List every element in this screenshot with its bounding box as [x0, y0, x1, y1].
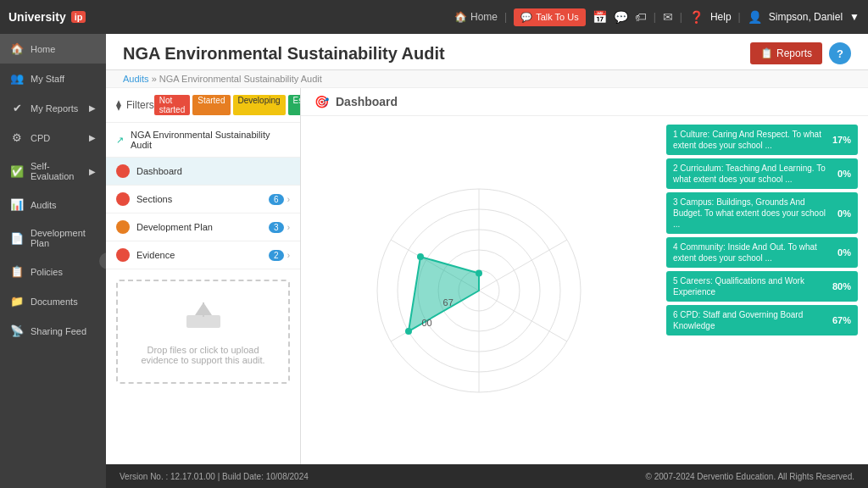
separator3: | — [680, 11, 682, 23]
tag-icon[interactable]: 🏷 — [635, 10, 647, 24]
chart-area: 67 00 67 00 — [301, 116, 656, 464]
svg-point-15 — [476, 269, 482, 276]
chart-label-67: 67 — [443, 297, 453, 308]
left-nav-dashboard[interactable]: Dashboard — [106, 158, 300, 186]
evidence-nav-icon — [116, 248, 130, 262]
upload-area[interactable]: Drop files or click to upload evidence t… — [116, 280, 290, 384]
reports-icon: ✔ — [10, 102, 24, 114]
badge-established[interactable]: Established — [288, 95, 301, 115]
upload-instruction: Drop files or click to upload evidence t… — [131, 345, 275, 365]
svg-line-10 — [479, 291, 567, 341]
dev-plan-icon: 📄 — [10, 232, 24, 245]
calendar-icon[interactable]: 📅 — [593, 10, 607, 24]
user-dropdown-icon[interactable]: ▼ — [849, 11, 860, 23]
legend-item-4[interactable]: 4 Community: Inside And Out. To what ext… — [666, 237, 858, 268]
page-header: NGA Environmental Sustainability Audit 📋… — [106, 34, 868, 70]
separator2: | — [654, 11, 656, 23]
sharing-icon: 📡 — [10, 324, 24, 337]
svg-marker-14 — [409, 257, 479, 331]
sidebar-item-home[interactable]: 🏠 Home — [0, 34, 106, 64]
svg-point-16 — [405, 328, 412, 335]
sidebar-item-audits[interactable]: 📊 Audits — [0, 190, 106, 219]
dashboard-content: 67 00 67 00 1 Culture: Caring And Respec… — [301, 116, 868, 464]
left-nav-dev-plan[interactable]: Development Plan 3 › — [106, 214, 300, 241]
documents-icon: 📁 — [10, 295, 24, 308]
sections-arrow: › — [287, 195, 290, 204]
reports-btn-icon: 📋 — [760, 47, 773, 59]
legend-item-2[interactable]: 2 Curriculum: Teaching And Learning. To … — [666, 158, 858, 189]
filters-bar: ⧫ Filters Not started Started Developing… — [106, 88, 300, 123]
top-navigation: University ip 🏠 Home | 💬 Talk To Us 📅 💬 … — [0, 0, 868, 34]
right-panel: 🎯 Dashboard — [301, 88, 868, 464]
svg-line-9 — [479, 240, 567, 291]
chat-icon[interactable]: 💬 — [614, 10, 628, 24]
sidebar-item-development-plan[interactable]: 📄 Development Plan — [0, 219, 106, 257]
reports-button[interactable]: 📋 Reports — [750, 42, 822, 64]
sections-count: 6 — [269, 194, 284, 205]
page-help-button[interactable]: ? — [829, 42, 851, 64]
logo-area: University ip — [8, 10, 86, 24]
badge-not-started[interactable]: Not started — [154, 95, 191, 115]
sidebar-item-cpd[interactable]: ⚙ CPD ▶ — [0, 123, 106, 152]
filters-left: ⧫ Filters — [116, 99, 154, 111]
talk-to-us-button[interactable]: 💬 Talk To Us — [514, 8, 586, 26]
version-info: Version No. : 12.17.01.00 | Build Date: … — [120, 472, 309, 481]
sidebar-item-my-staff[interactable]: 👥 My Staff — [0, 64, 106, 93]
help-label: Help — [710, 11, 732, 23]
filter-badges: Not started Started Developing Establish… — [154, 95, 301, 115]
sidebar-item-sharing-feed[interactable]: 📡 Sharing Feed — [0, 316, 106, 346]
footer: Version No. : 12.17.01.00 | Build Date: … — [106, 464, 868, 488]
separator4: | — [738, 11, 741, 23]
upload-icon — [131, 298, 275, 338]
audits-icon: 📊 — [10, 198, 24, 211]
devplan-arrow: › — [287, 223, 290, 232]
legend-item-3[interactable]: 3 Campus: Buildings, Grounds And Budget.… — [666, 192, 858, 234]
email-icon[interactable]: ✉ — [663, 10, 673, 24]
chart-label-00: 00 — [421, 318, 431, 328]
legend-item-1[interactable]: 1 Culture: Caring And Respect. To what e… — [666, 125, 858, 155]
svg-point-17 — [417, 253, 424, 260]
legend-area: 1 Culture: Caring And Respect. To what e… — [656, 116, 868, 464]
sidebar-item-documents[interactable]: 📁 Documents — [0, 286, 106, 316]
talk-icon: 💬 — [520, 12, 532, 23]
staff-icon: 👥 — [10, 72, 24, 85]
left-nav-sections[interactable]: Sections 6 › — [106, 186, 300, 214]
dashboard-nav-icon — [116, 164, 130, 178]
left-nav-audit[interactable]: ↗ NGA Environmental Sustainability Audit — [106, 123, 300, 158]
sidebar-item-self-evaluation[interactable]: ✅ Self-Evaluation ▶ — [0, 152, 106, 190]
breadcrumb-separator: » — [152, 74, 157, 84]
user-name[interactable]: Simpson, Daniel — [769, 11, 843, 23]
legend-item-5[interactable]: 5 Careers: Qualifications and Work Exper… — [666, 271, 858, 302]
evidence-count: 2 — [269, 250, 284, 261]
home-nav-icon: 🏠 — [454, 11, 467, 23]
left-nav-evidence[interactable]: Evidence 2 › — [106, 241, 300, 269]
dashboard-title: Dashboard — [336, 95, 398, 108]
breadcrumb: Audits » NGA Environmental Sustainabilit… — [106, 70, 868, 88]
user-icon: 👤 — [748, 10, 762, 24]
badge-developing[interactable]: Developing — [233, 95, 286, 115]
content-area: ⧫ Filters Not started Started Developing… — [106, 88, 868, 464]
cpd-arrow: ▶ — [89, 133, 96, 142]
sidebar-item-my-reports[interactable]: ✔ My Reports ▶ — [0, 93, 106, 123]
badge-started[interactable]: Started — [192, 95, 230, 115]
dashboard-header: 🎯 Dashboard — [301, 88, 868, 116]
logo-text: University — [8, 10, 66, 24]
logo-badge: ip — [71, 11, 86, 23]
left-panel: ⧫ Filters Not started Started Developing… — [106, 88, 301, 464]
sidebar-item-policies[interactable]: 📋 Policies — [0, 257, 106, 286]
copyright: © 2007-2024 Derventio Education. All Rig… — [646, 472, 854, 481]
legend-item-6[interactable]: 6 CPD: Staff and Governing Board Knowled… — [666, 305, 858, 336]
reports-arrow: ▶ — [89, 103, 96, 113]
home-nav-link[interactable]: 🏠 Home — [454, 11, 498, 23]
filters-label: Filters — [126, 99, 154, 111]
policies-icon: 📋 — [10, 265, 24, 278]
self-eval-arrow: ▶ — [89, 167, 96, 176]
cpd-icon: ⚙ — [10, 131, 24, 144]
help-icon[interactable]: ❓ — [689, 10, 704, 24]
home-nav-label: Home — [470, 11, 498, 23]
sections-nav-icon — [116, 192, 130, 206]
breadcrumb-audits-link[interactable]: Audits — [123, 74, 149, 84]
sidebar: 🏠 Home 👥 My Staff ✔ My Reports ▶ ⚙ CPD ▶… — [0, 34, 106, 488]
self-eval-icon: ✅ — [10, 165, 24, 178]
devplan-nav-icon — [116, 220, 130, 234]
